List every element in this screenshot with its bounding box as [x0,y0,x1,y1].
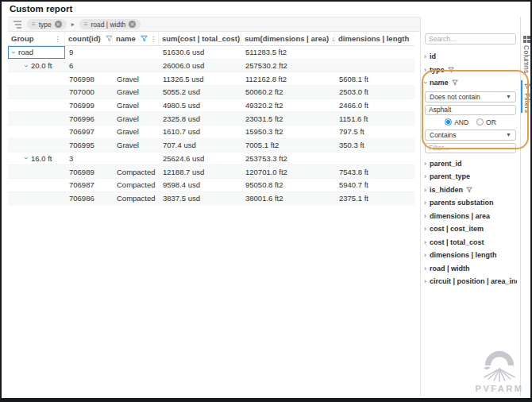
chevron-right-icon[interactable]: › [424,264,426,272]
chevron-down-icon: ▼ [506,132,511,137]
column-header-count-id[interactable]: count(id) ⋮ [65,32,113,45]
table-row[interactable]: 706997 Gravel 1610.7 usd 15950.3 ft2 797… [8,126,414,139]
group-cell[interactable]: ›road [8,46,65,59]
filter-item-dimensions-area[interactable]: › dimensions | area [421,210,520,223]
group-cell[interactable]: ›16.0 ft [8,153,65,165]
filter-icon[interactable] [106,35,113,42]
condition-2-select[interactable]: Contains ▼ [425,129,516,141]
table-row[interactable]: 706986 Compacted 3837.5 usd 38001.6 ft2 … [8,192,414,206]
condition-1-value-input[interactable] [425,105,516,115]
column-header-sum-area[interactable]: sum(dimensions | area) ↓ ⋮ [241,32,335,45]
columns-icon [523,36,530,43]
join-operator-group: AND OR [425,118,516,127]
column-menu-icon[interactable]: ⋮ [150,35,157,43]
drag-grip-icon: ≡ [32,21,36,28]
table-row[interactable]: 706998 Gravel 11326.5 usd 112162.8 ft2 5… [8,72,414,86]
or-radio[interactable]: OR [476,118,496,126]
close-icon[interactable]: ✕ [55,21,62,28]
table-row[interactable]: 706987 Compacted 9598.4 usd 95050.8 ft2 … [8,179,414,192]
table-row[interactable]: ›16.0 ft 3 25624.6 usd 253753.3 ft2 [8,153,414,166]
chevron-right-icon[interactable]: › [424,172,426,180]
filter-item-is-hidden[interactable]: › is_hidden [421,184,520,197]
filter-item-parent-id[interactable]: › parent_id [421,157,520,171]
grid-body: ›road 9 51630.6 usd 511283.5 ft2 ›20.0 f… [8,46,414,205]
pvfarm-logo-icon [479,349,520,382]
chevron-expanded-icon[interactable]: › [22,157,30,160]
tab-columns[interactable]: Columns [521,33,532,74]
filters-tool-panel: › id › type › name Does not contain ▼ [421,17,520,396]
radio-unselected-icon [476,118,484,126]
table-row[interactable]: 706989 Compacted 12188.7 usd 120701.0 ft… [8,165,414,179]
tab-filters[interactable]: Filters [521,80,532,113]
filter-item-cost-cost-item[interactable]: › cost | cost_item [421,222,520,236]
chevron-down-icon: ▼ [506,94,511,99]
table-row[interactable]: ›road 9 51630.6 usd 511283.5 ft2 [8,46,414,60]
filter-item-parent-type[interactable]: › parent_type [421,170,520,184]
custom-report-window: Custom report ≡ type ✕ ▸ ≡ road | width … [0,0,532,402]
side-bar-tabs: Columns Filters [520,17,531,396]
filter-active-icon [466,187,472,193]
chevron-expanded-icon[interactable]: › [22,64,30,67]
group-chip-road-width[interactable]: ≡ road | width ✕ [79,19,141,29]
filter-item-road-width[interactable]: › road | width [421,262,520,276]
pvfarm-logo-text: PVFARM [474,384,525,393]
grid-header: Group ⋮ count(id) ⋮ name ⋮ sum(cost | to… [8,32,414,46]
group-chip-label: type [39,21,52,29]
chevron-right-icon[interactable]: › [424,238,426,245]
column-menu-icon[interactable]: ⋮ [54,35,61,43]
pvfarm-logo: PVFARM [474,349,525,393]
column-header-length[interactable]: dimensions | length ⋮ [335,32,414,45]
filter-item-parents-substation[interactable]: › parents substation [421,196,520,210]
row-group-panel: ≡ type ✕ ▸ ≡ road | width ✕ [8,17,420,32]
filter-active-icon [452,79,458,86]
filter-item-id[interactable]: › id [421,50,520,64]
chevron-right-icon[interactable]: › [424,65,426,73]
table-row[interactable]: ›20.0 ft 6 26006.0 usd 257530.2 ft2 [8,60,414,73]
chevron-right-icon[interactable]: › [424,251,426,259]
chevron-right-icon[interactable]: › [424,185,426,193]
group-chip-type[interactable]: ≡ type ✕ [27,19,67,29]
chevron-right-icon[interactable]: › [424,277,426,285]
search-input[interactable] [425,33,516,44]
chevron-right-icon[interactable]: › [424,159,426,167]
filter-item-name[interactable]: › name [421,76,520,90]
filter-item-circuit-position-area-index[interactable]: › circuit | position | area_index [421,275,520,288]
page-title: Custom report [10,4,72,14]
radio-selected-icon [445,118,452,126]
filter-item-type[interactable]: › type [421,64,520,77]
filter-item-cost-total-cost[interactable]: › cost | total_cost [421,236,520,249]
table-row[interactable]: 706995 Gravel 707.4 usd 7005.1 ft2 350.3… [8,139,414,153]
close-icon[interactable]: ✕ [129,21,136,28]
column-header-group[interactable]: Group ⋮ [8,32,65,45]
chevron-right-icon[interactable]: › [424,199,426,207]
table-row[interactable]: 706999 Gravel 4980.5 usd 49320.2 ft2 246… [8,99,414,113]
filter-icon [524,83,531,91]
column-header-name[interactable]: name ⋮ [113,32,159,45]
group-cell[interactable]: ›20.0 ft [8,60,65,72]
group-chip-label: road | width [91,21,125,29]
chevron-right-icon[interactable]: › [424,52,426,60]
condition-2-value-input[interactable] [425,143,516,153]
filter-active-icon[interactable] [141,35,148,42]
and-radio[interactable]: AND [445,118,468,126]
row-groups-icon [13,21,22,29]
filter-item-dimensions-length[interactable]: › dimensions | length [421,249,520,262]
filter-active-icon [448,67,454,73]
chevron-expanded-icon[interactable]: › [10,51,17,53]
condition-1-select[interactable]: Does not contain ▼ [425,91,516,102]
drag-grip-icon: ≡ [84,21,88,28]
chevron-right-icon[interactable]: › [424,225,426,233]
sort-desc-icon: ↓ [331,35,335,43]
column-header-sum-cost[interactable]: sum(cost | total_cost) ⋮ [159,32,241,45]
filter-icon[interactable] [414,35,414,42]
chevron-down-icon[interactable]: › [422,82,430,84]
chevron-right-icon[interactable]: › [424,211,426,219]
table-row[interactable]: 706996 Gravel 2325.8 usd 23031.5 ft2 115… [8,112,414,126]
name-filter-editor: Does not contain ▼ AND OR Contains [421,90,520,157]
chevron-right-icon: ▸ [71,21,75,28]
table-row[interactable]: 707000 Gravel 5055.2 usd 50060.2 ft2 250… [8,86,414,99]
